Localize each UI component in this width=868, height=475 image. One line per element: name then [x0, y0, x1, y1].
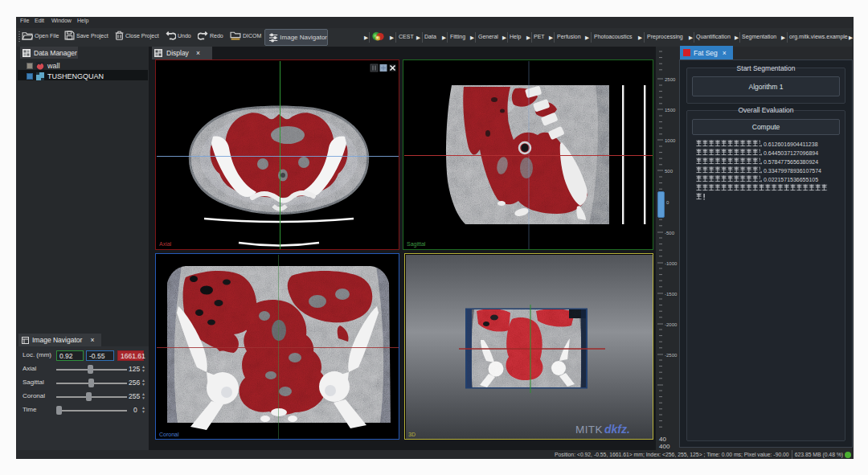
- svg-text:Axial: Axial: [159, 241, 172, 247]
- svg-text:1000: 1000: [665, 138, 676, 143]
- svg-text:-1000: -1000: [665, 261, 678, 266]
- svg-text:2500: 2500: [665, 77, 676, 82]
- svg-text:-1500: -1500: [665, 292, 678, 297]
- svg-text:-2500: -2500: [665, 353, 678, 358]
- svg-text:Sagittal: Sagittal: [407, 241, 426, 248]
- svg-text:500: 500: [665, 169, 674, 174]
- svg-text:-2000: -2000: [665, 322, 678, 327]
- svg-text:3D: 3D: [408, 432, 416, 437]
- svg-text:dkfz.: dkfz.: [604, 423, 630, 436]
- svg-text:-500: -500: [665, 231, 675, 235]
- svg-text:1500: 1500: [665, 108, 676, 113]
- svg-text:Coronal: Coronal: [159, 432, 179, 437]
- svg-text:0: 0: [666, 200, 669, 205]
- svg-text:MITK: MITK: [575, 424, 603, 436]
